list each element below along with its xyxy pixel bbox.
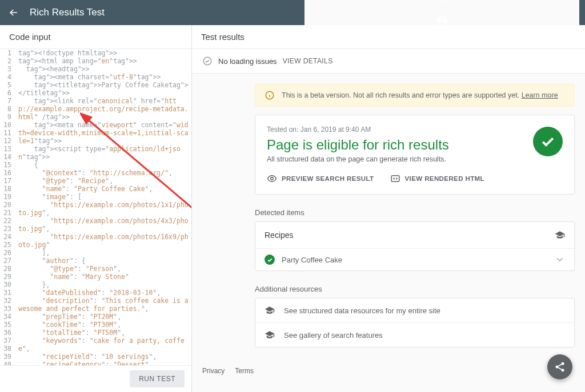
grad-cap-icon bbox=[555, 230, 565, 240]
result-headline: Page is eligible for rich results bbox=[267, 137, 563, 153]
svg-point-17 bbox=[556, 366, 559, 369]
run-test-button[interactable]: RUN TEST bbox=[130, 370, 185, 387]
resource-link-site[interactable]: See structured data resources for my ent… bbox=[255, 298, 574, 322]
success-badge bbox=[533, 127, 563, 156]
loading-issues-row: No loading issues VIEW DETAILS bbox=[192, 49, 585, 74]
view-details-link[interactable]: VIEW DETAILS bbox=[283, 57, 333, 65]
grad-cap-icon bbox=[265, 305, 275, 316]
tested-on-text: Tested on: Jan 6, 2019 at 9:40 AM bbox=[267, 126, 563, 134]
detected-items-card: Recipes Party Coffee Cake bbox=[255, 221, 575, 271]
check-icon bbox=[539, 133, 556, 150]
preview-search-result-button[interactable]: PREVIEW SEARCH RESULT bbox=[267, 173, 374, 184]
beta-banner: This is a beta version. Not all rich res… bbox=[255, 84, 575, 107]
svg-point-7 bbox=[441, 1, 443, 3]
result-subhead: All structured data on the page can gene… bbox=[267, 155, 563, 163]
svg-point-14 bbox=[271, 177, 274, 180]
detected-items-label: Detected items bbox=[255, 208, 575, 217]
detected-item-row[interactable]: Party Coffee Cake bbox=[255, 248, 574, 270]
info-icon bbox=[265, 90, 275, 100]
arrow-left-icon bbox=[8, 7, 19, 18]
back-button[interactable] bbox=[6, 5, 22, 21]
grad-cap-icon bbox=[265, 330, 275, 340]
svg-point-6 bbox=[438, 1, 439, 3]
results-header: Test results bbox=[192, 25, 585, 49]
terms-link[interactable]: Terms bbox=[235, 367, 254, 375]
code-editor[interactable]: 1 2 3 4 5 6 7 8 9 10 11 12 13 14 15 16 1… bbox=[0, 49, 191, 365]
apps-icon[interactable] bbox=[436, 0, 448, 5]
beta-text: This is a beta version. Not all rich res… bbox=[282, 91, 519, 99]
code-input-header: Code input bbox=[0, 25, 191, 49]
chevron-down-icon bbox=[555, 254, 565, 265]
share-icon bbox=[554, 361, 566, 373]
eye-icon bbox=[267, 173, 277, 184]
detected-group-title: Recipes bbox=[265, 231, 294, 240]
check-circle-outline-icon bbox=[202, 56, 213, 66]
svg-point-18 bbox=[562, 369, 564, 371]
resource-link-label: See gallery of search features bbox=[284, 331, 383, 340]
resource-link-label: See structured data resources for my ent… bbox=[284, 306, 440, 315]
resource-link-gallery[interactable]: See gallery of search features bbox=[255, 322, 574, 347]
code-icon bbox=[390, 173, 400, 184]
privacy-link[interactable]: Privacy bbox=[202, 367, 225, 375]
status-ok-icon bbox=[265, 254, 275, 265]
loading-issues-text: No loading issues bbox=[218, 57, 277, 66]
beta-learn-more-link[interactable]: Learn more bbox=[522, 91, 558, 99]
resources-label: Additional resources bbox=[255, 285, 575, 293]
preview-label: PREVIEW SEARCH RESULT bbox=[282, 175, 374, 182]
page-title: Rich Results Test bbox=[30, 7, 304, 18]
view-rendered-html-button[interactable]: VIEW RENDERED HTML bbox=[390, 173, 484, 184]
footer-links: Privacy Terms bbox=[202, 367, 585, 375]
svg-rect-15 bbox=[391, 176, 399, 182]
svg-point-8 bbox=[444, 1, 446, 3]
app-header: Rich Results Test bbox=[0, 0, 585, 25]
share-fab[interactable] bbox=[547, 354, 572, 379]
result-card: Tested on: Jan 6, 2019 at 9:40 AM Page i… bbox=[255, 115, 575, 195]
detected-group-header[interactable]: Recipes bbox=[255, 222, 574, 248]
svg-point-10 bbox=[203, 57, 211, 65]
svg-point-16 bbox=[562, 362, 564, 365]
rendered-label: VIEW RENDERED HTML bbox=[405, 175, 484, 182]
detected-item-name: Party Coffee Cake bbox=[282, 256, 342, 264]
resources-card: See structured data resources for my ent… bbox=[255, 298, 575, 347]
